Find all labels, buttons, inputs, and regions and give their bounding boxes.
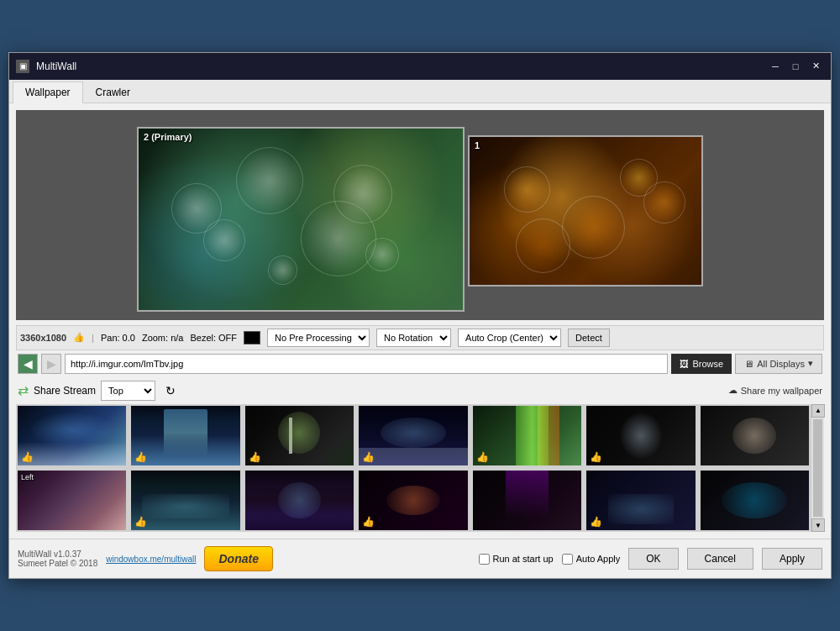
monitor-secondary-label: 1: [475, 140, 480, 150]
zoom-display: Zoom: n/a: [142, 333, 184, 343]
author-text: Sumeet Patel © 2018: [18, 559, 97, 568]
preprocess-select[interactable]: No Pre Processing: [267, 329, 370, 347]
donate-button[interactable]: Donate: [204, 546, 272, 571]
auto-apply-label[interactable]: Auto Apply: [562, 554, 621, 565]
back-button[interactable]: ◀: [18, 354, 38, 374]
monitor-secondary[interactable]: 1: [468, 135, 703, 287]
forward-button[interactable]: ▶: [41, 354, 61, 374]
run-at-startup-label[interactable]: Run at start up: [479, 554, 554, 565]
thumbnail-10[interactable]: [244, 469, 355, 532]
url-bar-row: ◀ ▶ 🖼 Browse 🖥 All Displays ▾: [16, 350, 824, 377]
thumb-4-like: 👍: [362, 451, 375, 463]
thumb-13-like: 👍: [590, 516, 602, 528]
warm-bokeh-circles: [470, 137, 701, 285]
monitor-primary-label: 2 (Primary): [144, 132, 192, 142]
thumb-9-like: 👍: [134, 516, 147, 528]
rotation-select[interactable]: No Rotation: [376, 329, 451, 347]
thumbnail-3[interactable]: 👍: [244, 404, 355, 467]
monitor-icon: 🖥: [744, 359, 753, 369]
refresh-button[interactable]: ↻: [160, 381, 181, 401]
color-box[interactable]: [244, 331, 260, 344]
thumb-2-like: 👍: [134, 451, 147, 463]
thumbnail-5[interactable]: 👍: [471, 404, 583, 467]
thumb-3-like: 👍: [249, 451, 261, 463]
maximize-button[interactable]: □: [787, 58, 804, 75]
tab-wallpaper[interactable]: Wallpaper: [13, 82, 83, 103]
thumbnail-11[interactable]: 👍: [357, 469, 469, 532]
thumb-6-like: 👍: [590, 451, 602, 463]
main-content: 2 (Primary) 1 3360x1080: [9, 103, 831, 539]
minimize-button[interactable]: ─: [767, 58, 784, 75]
browse-icon: 🖼: [680, 359, 689, 369]
bezel-display: Bezel: OFF: [190, 333, 237, 343]
tab-crawler[interactable]: Crawler: [83, 82, 143, 103]
tab-bar: Wallpaper Crawler: [9, 80, 831, 103]
resolution-display: 3360x1080: [20, 333, 66, 343]
thumbnail-grid: 👍 👍 👍: [16, 404, 811, 532]
thumbnail-9[interactable]: 👍: [129, 469, 241, 532]
thumb-1-like: 👍: [21, 451, 34, 463]
share-wallpaper-button[interactable]: ☁ Share my wallpaper: [728, 385, 822, 396]
run-at-startup-checkbox[interactable]: [479, 554, 490, 565]
scrollbar[interactable]: ▲ ▼: [811, 404, 824, 532]
thumbnail-12[interactable]: [471, 469, 583, 532]
thumb-5-like: 👍: [476, 451, 489, 463]
version-text: MultiWall v1.0.37: [18, 549, 97, 559]
thumbnail-4[interactable]: 👍: [357, 404, 469, 467]
position-select[interactable]: Top Bottom Left Right: [101, 381, 155, 401]
title-bar: ▣ MultiWall ─ □ ✕: [9, 53, 831, 80]
share-row: ⇄ Share Stream Top Bottom Left Right ↻ ☁…: [16, 377, 824, 404]
scroll-down-button[interactable]: ▼: [811, 518, 825, 532]
window-controls: ─ □ ✕: [767, 58, 824, 75]
share-stream-label: Share Stream: [34, 385, 96, 397]
all-displays-button[interactable]: 🖥 All Displays ▾: [735, 354, 822, 374]
thumbnail-2[interactable]: 👍: [129, 404, 241, 467]
thumbnail-area: 👍 👍 👍: [16, 404, 824, 532]
thumbnail-14[interactable]: [699, 469, 811, 532]
app-icon: ▣: [16, 60, 29, 73]
status-bar: 3360x1080 👍 | Pan: 0.0 Zoom: n/a Bezel: …: [16, 325, 824, 350]
crop-select[interactable]: Auto Crop (Center): [458, 329, 561, 347]
like-icon[interactable]: 👍: [73, 332, 85, 343]
apply-button[interactable]: Apply: [762, 548, 822, 570]
cloud-icon: ☁: [728, 385, 738, 396]
monitor-primary[interactable]: 2 (Primary): [137, 127, 465, 312]
scroll-thumb[interactable]: [813, 419, 822, 517]
auto-apply-checkbox[interactable]: [562, 554, 573, 565]
thumbnail-8[interactable]: Left: [16, 469, 128, 532]
thumbnail-1[interactable]: 👍: [16, 404, 128, 467]
footer: MultiWall v1.0.37 Sumeet Patel © 2018 wi…: [9, 539, 831, 578]
thumb-11-like: 👍: [362, 516, 375, 528]
thumbnail-6[interactable]: 👍: [585, 404, 696, 467]
thumbnail-7[interactable]: [699, 404, 811, 467]
pan-display: Pan: 0.0: [101, 333, 135, 343]
url-input[interactable]: [65, 354, 668, 374]
thumbnail-13[interactable]: 👍: [585, 469, 696, 532]
thumb-8-label: Left: [21, 473, 34, 481]
shuffle-icon[interactable]: ⇄: [18, 382, 29, 398]
browse-button[interactable]: 🖼 Browse: [671, 354, 732, 374]
detect-button[interactable]: Detect: [568, 329, 610, 347]
window-title: MultiWall: [36, 60, 767, 72]
scroll-up-button[interactable]: ▲: [811, 404, 825, 418]
main-window: ▣ MultiWall ─ □ ✕ Wallpaper Crawler: [8, 52, 832, 579]
preview-area: 2 (Primary) 1: [16, 110, 824, 320]
monitor-container: 2 (Primary) 1: [137, 127, 703, 312]
cancel-button[interactable]: Cancel: [687, 548, 753, 570]
version-info: MultiWall v1.0.37 Sumeet Patel © 2018: [18, 549, 97, 568]
close-button[interactable]: ✕: [807, 58, 824, 75]
ok-button[interactable]: OK: [628, 548, 678, 570]
bokeh-circles: [139, 129, 463, 310]
chevron-down-icon: ▾: [808, 358, 813, 369]
website-link[interactable]: windowbox.me/multiwall: [106, 555, 196, 564]
